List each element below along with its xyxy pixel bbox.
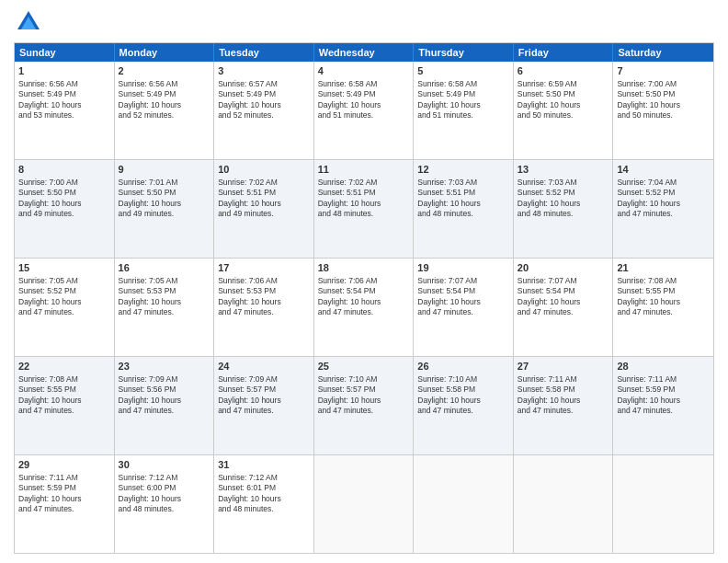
day-info-line: Sunrise: 7:04 AM (617, 178, 710, 188)
day-info-line: Sunrise: 7:10 AM (318, 374, 410, 385)
day-number: 26 (417, 360, 509, 373)
cal-row: 1Sunrise: 6:56 AMSunset: 5:49 PMDaylight… (15, 62, 713, 159)
day-info-line: Sunrise: 7:02 AM (318, 178, 410, 188)
cal-cell-day: 13Sunrise: 7:03 AMSunset: 5:52 PMDayligh… (514, 160, 614, 258)
cal-cell-day: 21Sunrise: 7:08 AMSunset: 5:55 PMDayligh… (613, 259, 713, 356)
day-info-line: and 48 minutes. (518, 209, 609, 219)
cal-cell-day: 18Sunrise: 7:06 AMSunset: 5:54 PMDayligh… (314, 259, 415, 356)
cal-cell-day: 16Sunrise: 7:05 AMSunset: 5:53 PMDayligh… (115, 259, 215, 356)
day-info-line: Sunset: 5:56 PM (119, 385, 210, 395)
day-info-line: Sunrise: 7:11 AM (18, 473, 110, 483)
calendar-body: 1Sunrise: 6:56 AMSunset: 5:49 PMDaylight… (15, 62, 713, 553)
day-number: 20 (518, 261, 609, 275)
day-info-line: and 47 minutes. (119, 406, 210, 416)
day-info-line: Sunset: 5:53 PM (119, 286, 210, 296)
day-info-line: and 50 minutes. (617, 110, 710, 121)
day-info-line: and 47 minutes. (218, 406, 310, 416)
day-info-line: Sunrise: 7:03 AM (417, 178, 509, 188)
cal-cell-day: 29Sunrise: 7:11 AMSunset: 5:59 PMDayligh… (15, 455, 115, 553)
day-number: 10 (218, 163, 310, 177)
cal-cell-day: 17Sunrise: 7:06 AMSunset: 5:53 PMDayligh… (214, 259, 314, 356)
day-info-line: Sunset: 5:49 PM (218, 89, 310, 99)
day-info-line: and 51 minutes. (417, 110, 509, 121)
day-info-line: and 47 minutes. (518, 406, 609, 416)
cal-cell-day: 7Sunrise: 7:00 AMSunset: 5:50 PMDaylight… (613, 62, 713, 159)
day-info-line: and 52 minutes. (119, 110, 210, 121)
day-info-line: Daylight: 10 hours (18, 494, 110, 504)
cal-cell-day: 11Sunrise: 7:02 AMSunset: 5:51 PMDayligh… (314, 160, 415, 258)
cal-cell-day: 12Sunrise: 7:03 AMSunset: 5:51 PMDayligh… (414, 160, 514, 258)
day-info-line: Daylight: 10 hours (18, 396, 110, 406)
cal-cell-day: 30Sunrise: 7:12 AMSunset: 6:00 PMDayligh… (115, 455, 215, 553)
day-info-line: and 47 minutes. (318, 307, 410, 317)
day-number: 12 (417, 163, 509, 177)
day-number: 4 (318, 64, 410, 78)
day-info-line: and 52 minutes. (218, 110, 310, 121)
day-info-line: Sunrise: 7:10 AM (417, 374, 509, 385)
day-info-line: Sunset: 6:00 PM (119, 483, 210, 493)
logo (14, 9, 41, 35)
day-number: 7 (617, 64, 710, 78)
day-info-line: Sunset: 5:52 PM (518, 188, 609, 198)
cal-cell-day: 2Sunrise: 6:56 AMSunset: 5:49 PMDaylight… (115, 62, 215, 159)
day-number: 17 (218, 261, 310, 275)
day-info-line: Daylight: 10 hours (318, 199, 410, 209)
day-info-line: Sunrise: 7:08 AM (18, 374, 110, 385)
day-number: 1 (18, 64, 110, 78)
day-info-line: and 48 minutes. (218, 504, 310, 514)
day-info-line: Sunrise: 7:00 AM (18, 178, 110, 188)
day-info-line: and 47 minutes. (417, 406, 509, 416)
cal-cell-day: 3Sunrise: 6:57 AMSunset: 5:49 PMDaylight… (214, 62, 314, 159)
cal-header-cell: Wednesday (314, 43, 415, 62)
day-number: 19 (417, 261, 509, 275)
day-info-line: Sunset: 5:51 PM (218, 188, 310, 198)
day-info-line: Daylight: 10 hours (617, 199, 710, 209)
day-info-line: Sunset: 5:50 PM (617, 89, 710, 99)
day-info-line: and 47 minutes. (617, 209, 710, 219)
day-info-line: Sunrise: 7:08 AM (617, 276, 710, 286)
day-info-line: Daylight: 10 hours (218, 297, 310, 307)
cal-cell-day: 15Sunrise: 7:05 AMSunset: 5:52 PMDayligh… (15, 259, 115, 356)
day-number: 3 (218, 64, 310, 78)
day-info-line: Sunset: 5:58 PM (518, 385, 609, 395)
day-info-line: Sunrise: 7:09 AM (218, 374, 310, 385)
day-number: 14 (617, 163, 710, 177)
cal-cell-day: 14Sunrise: 7:04 AMSunset: 5:52 PMDayligh… (613, 160, 713, 258)
day-number: 29 (18, 458, 110, 472)
day-info-line: and 48 minutes. (119, 504, 210, 514)
day-info-line: Sunrise: 6:58 AM (318, 79, 410, 89)
day-info-line: Daylight: 10 hours (318, 100, 410, 110)
day-info-line: Daylight: 10 hours (119, 396, 210, 406)
logo-icon (16, 9, 41, 35)
cal-row: 15Sunrise: 7:05 AMSunset: 5:52 PMDayligh… (15, 258, 713, 356)
day-info-line: Daylight: 10 hours (617, 396, 710, 406)
day-info-line: Sunrise: 7:03 AM (518, 178, 609, 188)
day-info-line: Daylight: 10 hours (18, 100, 110, 110)
day-info-line: and 47 minutes. (18, 307, 110, 317)
day-info-line: and 50 minutes. (518, 110, 609, 121)
day-info-line: Daylight: 10 hours (218, 494, 310, 504)
day-info-line: and 47 minutes. (617, 406, 710, 416)
day-number: 31 (218, 458, 310, 472)
day-info-line: Sunset: 5:59 PM (617, 385, 710, 395)
day-info-line: Daylight: 10 hours (119, 100, 210, 110)
day-info-line: Sunrise: 7:05 AM (18, 276, 110, 286)
day-info-line: Daylight: 10 hours (617, 100, 710, 110)
cal-header-cell: Sunday (15, 43, 115, 62)
day-number: 2 (119, 64, 210, 78)
day-number: 21 (617, 261, 710, 275)
cal-row: 22Sunrise: 7:08 AMSunset: 5:55 PMDayligh… (15, 356, 713, 454)
day-number: 22 (18, 360, 110, 373)
day-info-line: Sunset: 5:52 PM (617, 188, 710, 198)
day-info-line: and 47 minutes. (518, 307, 609, 317)
page: SundayMondayTuesdayWednesdayThursdayFrid… (0, 0, 728, 563)
cal-cell-empty (314, 455, 415, 553)
day-info-line: Sunset: 5:49 PM (18, 89, 110, 99)
day-info-line: Sunset: 5:51 PM (318, 188, 410, 198)
day-info-line: and 47 minutes. (318, 406, 410, 416)
cal-header-cell: Thursday (414, 43, 514, 62)
day-info-line: Sunrise: 6:57 AM (218, 79, 310, 89)
day-info-line: Sunrise: 7:01 AM (119, 178, 210, 188)
cal-cell-day: 26Sunrise: 7:10 AMSunset: 5:58 PMDayligh… (414, 357, 514, 454)
day-info-line: Daylight: 10 hours (417, 396, 509, 406)
